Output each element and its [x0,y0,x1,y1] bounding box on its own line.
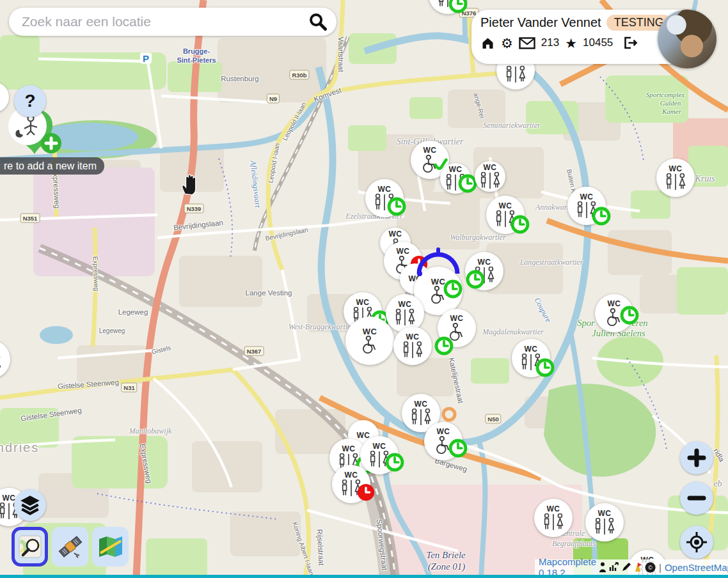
male-female-icon [0,355,3,372]
opening-hours-clock-badge [386,196,407,219]
opening-hours-clock-badge [619,305,640,328]
user-name: Pieter Vander Vennet [480,15,601,30]
search-icon[interactable] [308,12,328,31]
svg-text:©: © [648,565,653,571]
map-marker-wc[interactable]: WC [486,196,525,234]
logout-icon[interactable] [622,36,638,50]
settings-gear-icon[interactable]: ⚙ [501,36,513,50]
mapcomplete-app: Brugge-Sint-PietersRustenburgVaartstraat… [0,0,728,578]
opening-hours-clock-badge [434,336,454,359]
zoom-in-button[interactable] [680,441,713,474]
mail-icon[interactable] [519,37,535,49]
marker-wc-label: WC [580,193,594,201]
home-icon[interactable] [480,36,495,50]
opening-hours-clock-badge [443,279,463,302]
map-marker-wc[interactable]: WC [595,294,633,332]
basemap-style-row [12,527,129,566]
map-marker-wc[interactable]: WC [656,159,695,197]
folded-map-icon [97,533,124,560]
map-marker-wc[interactable]: WC [429,0,467,14]
marker-wc-label: WC [437,428,450,436]
map-marker-wc[interactable]: WC [465,252,503,290]
opening-hours-clock-badge [384,452,405,475]
minus-icon [687,488,706,508]
marker-wc-label: WC [669,165,683,173]
statistics-icon[interactable] [598,562,607,572]
marker-wc-label: WC [399,301,412,309]
star-count: 10455 [583,36,613,49]
message-count: 213 [541,36,559,49]
marker-wc-label: WC [363,327,377,336]
basemap-osm-button[interactable] [12,527,48,566]
avatar[interactable] [658,10,716,68]
opening-hours-clock-badge [448,0,468,17]
marker-wc-label: WC [378,185,392,194]
map-marker-wc[interactable]: WC [534,499,573,537]
zoom-out-button[interactable] [680,481,713,515]
search-input[interactable] [20,13,308,30]
changes-chart-icon[interactable] [609,562,619,572]
marker-wc-label: WC [406,333,420,341]
marker-wc-label: WC [0,84,1,93]
marker-wc-label: WC [423,146,437,155]
map-marker-wc[interactable]: WC [440,163,471,194]
male-female-icon [664,173,687,191]
community-icon[interactable]: © [645,562,656,573]
blue-arc-marker[interactable] [416,247,461,276]
marker-wc-label: WC [478,258,491,267]
marker-wc-label: WC [357,432,370,440]
opening-hours-clock-badge [591,206,612,229]
map-marker-wc[interactable]: WC [332,465,370,503]
search-bar [9,8,336,36]
map-marker-wc[interactable]: WC [512,339,550,377]
opening-hours-clock-badge [510,214,530,237]
map-marker-wc[interactable]: WC [585,503,624,542]
help-button[interactable]: ? [14,85,46,117]
basemap-map-button[interactable] [92,527,129,566]
map-marker-wc[interactable]: WC [0,340,10,379]
layers-button[interactable] [14,489,46,521]
male-female-icon [393,309,416,326]
map-marker-layer: WCWCWCWCWCWCWCWCWCWCWCWCWCWCWCWCWCWCWCWC… [0,0,728,578]
male-female-icon [401,341,424,359]
male-female-icon [409,409,432,426]
opening-hours-clock-badge [535,357,555,380]
basemap-satellite-button[interactable] [52,527,88,566]
marker-wc-label: WC [373,442,386,451]
marker-wc-label: WC [3,494,16,503]
add-item-tooltip: re to add a new item [0,157,104,175]
help-label: ? [24,91,35,111]
osm-carto-icon [17,533,44,560]
map-marker-wc[interactable]: WC [424,422,463,460]
marker-wc-label: WC [499,202,512,210]
layers-icon [19,494,42,517]
star-icon[interactable]: ★ [565,36,577,50]
marker-wc-label: WC [342,445,356,453]
closed-clock-badge [356,483,376,504]
hand-cursor-icon [180,173,200,196]
opening-hours-clock-badge [465,269,486,292]
mapcomplete-logo-icon[interactable] [633,562,643,572]
map-marker-wc[interactable]: WC [345,316,394,365]
osm-link[interactable]: OpenStreetMap [665,562,728,573]
bottom-teal-strip [0,575,728,578]
map-marker-wc[interactable]: WC [475,161,505,192]
plus-icon [687,448,706,467]
male-female-icon [479,172,502,189]
attribution-separator: | [659,562,661,573]
attribution-bar: Mapcomplete 0.18.2 © | OpenStreetMap [535,559,728,575]
marker-wc-label: WC [598,510,612,518]
map-marker-wc[interactable]: WC [386,294,424,332]
map-marker-wc[interactable]: WC [365,179,404,217]
map-marker-wc[interactable]: WC [360,436,399,474]
crosshair-icon [686,531,708,553]
marker-wc-label: WC [389,230,402,238]
satellite-icon [57,533,84,560]
pen-icon[interactable] [621,562,631,572]
marker-wc-label: WC [356,299,370,307]
geolocate-button[interactable] [680,526,713,559]
map-marker-wc[interactable]: WC [438,309,476,347]
marker-wc-label: WC [484,164,497,172]
map-marker-wc[interactable]: WC [393,327,432,365]
map-marker-wc[interactable]: WC [567,187,606,225]
